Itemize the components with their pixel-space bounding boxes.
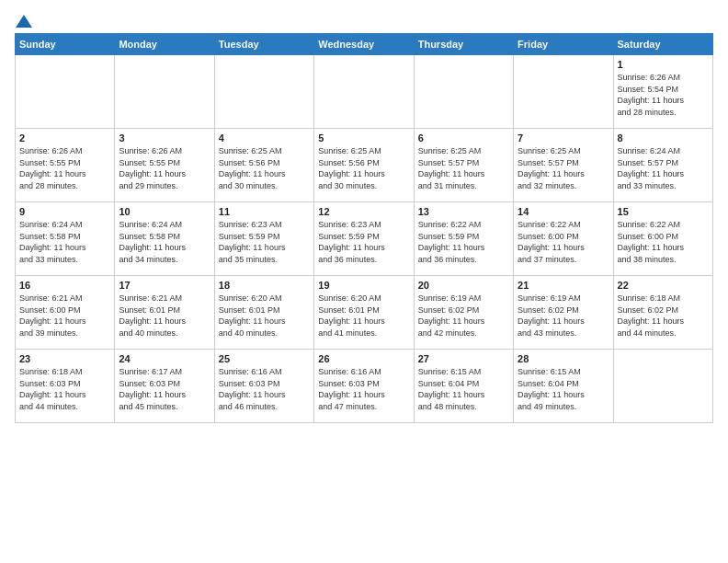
day-number: 14 xyxy=(518,206,609,217)
calendar-cell: 9Sunrise: 6:24 AM Sunset: 5:58 PM Daylig… xyxy=(16,202,115,276)
day-info: Sunrise: 6:25 AM Sunset: 5:57 PM Dayligh… xyxy=(518,145,609,191)
day-info: Sunrise: 6:26 AM Sunset: 5:55 PM Dayligh… xyxy=(119,145,210,191)
calendar-cell xyxy=(16,55,115,129)
calendar-cell: 15Sunrise: 6:22 AM Sunset: 6:00 PM Dayli… xyxy=(613,202,712,276)
day-number: 10 xyxy=(119,206,210,217)
calendar-week-row: 2Sunrise: 6:26 AM Sunset: 5:55 PM Daylig… xyxy=(16,129,713,202)
day-info: Sunrise: 6:18 AM Sunset: 6:03 PM Dayligh… xyxy=(19,366,110,412)
calendar-cell: 2Sunrise: 6:26 AM Sunset: 5:55 PM Daylig… xyxy=(16,129,115,202)
calendar-cell: 4Sunrise: 6:25 AM Sunset: 5:56 PM Daylig… xyxy=(214,129,313,202)
day-number: 9 xyxy=(19,206,110,217)
day-number: 28 xyxy=(518,353,609,364)
weekday-header-thursday: Thursday xyxy=(414,34,513,55)
day-number: 18 xyxy=(219,280,310,291)
day-number: 22 xyxy=(618,280,709,291)
day-info: Sunrise: 6:23 AM Sunset: 5:59 PM Dayligh… xyxy=(219,219,310,265)
day-number: 25 xyxy=(219,353,310,364)
day-number: 19 xyxy=(318,280,409,291)
day-number: 5 xyxy=(318,132,409,144)
day-number: 21 xyxy=(518,280,609,291)
weekday-header-saturday: Saturday xyxy=(613,34,712,55)
calendar-week-row: 23Sunrise: 6:18 AM Sunset: 6:03 PM Dayli… xyxy=(16,350,713,423)
calendar-cell: 16Sunrise: 6:21 AM Sunset: 6:00 PM Dayli… xyxy=(16,276,115,350)
weekday-header-tuesday: Tuesday xyxy=(214,34,313,55)
calendar-week-row: 1Sunrise: 6:26 AM Sunset: 5:54 PM Daylig… xyxy=(16,55,713,129)
day-info: Sunrise: 6:25 AM Sunset: 5:56 PM Dayligh… xyxy=(219,145,310,191)
day-info: Sunrise: 6:20 AM Sunset: 6:01 PM Dayligh… xyxy=(219,293,310,339)
day-info: Sunrise: 6:21 AM Sunset: 6:00 PM Dayligh… xyxy=(19,293,110,339)
day-info: Sunrise: 6:25 AM Sunset: 5:57 PM Dayligh… xyxy=(418,145,509,191)
day-info: Sunrise: 6:24 AM Sunset: 5:58 PM Dayligh… xyxy=(119,219,210,265)
day-info: Sunrise: 6:15 AM Sunset: 6:04 PM Dayligh… xyxy=(518,366,609,412)
day-number: 16 xyxy=(19,280,110,291)
calendar-cell: 20Sunrise: 6:19 AM Sunset: 6:02 PM Dayli… xyxy=(414,276,513,350)
calendar-cell: 5Sunrise: 6:25 AM Sunset: 5:56 PM Daylig… xyxy=(314,129,414,202)
calendar-cell: 21Sunrise: 6:19 AM Sunset: 6:02 PM Dayli… xyxy=(514,276,613,350)
day-number: 7 xyxy=(518,132,609,144)
day-info: Sunrise: 6:18 AM Sunset: 6:02 PM Dayligh… xyxy=(618,293,709,339)
logo xyxy=(15,15,32,26)
day-info: Sunrise: 6:26 AM Sunset: 5:54 PM Dayligh… xyxy=(618,72,709,118)
day-number: 11 xyxy=(219,206,310,217)
day-number: 3 xyxy=(119,132,210,144)
calendar-cell: 12Sunrise: 6:23 AM Sunset: 5:59 PM Dayli… xyxy=(314,202,414,276)
calendar-cell: 8Sunrise: 6:24 AM Sunset: 5:57 PM Daylig… xyxy=(613,129,712,202)
calendar-cell: 18Sunrise: 6:20 AM Sunset: 6:01 PM Dayli… xyxy=(214,276,313,350)
day-info: Sunrise: 6:22 AM Sunset: 6:00 PM Dayligh… xyxy=(518,219,609,265)
calendar-cell: 25Sunrise: 6:16 AM Sunset: 6:03 PM Dayli… xyxy=(214,350,313,423)
day-number: 2 xyxy=(19,132,110,144)
calendar-cell: 28Sunrise: 6:15 AM Sunset: 6:04 PM Dayli… xyxy=(514,350,613,423)
day-info: Sunrise: 6:26 AM Sunset: 5:55 PM Dayligh… xyxy=(19,145,110,191)
page-header xyxy=(15,15,713,26)
calendar-cell: 24Sunrise: 6:17 AM Sunset: 6:03 PM Dayli… xyxy=(115,350,214,423)
calendar-cell xyxy=(115,55,214,129)
day-info: Sunrise: 6:21 AM Sunset: 6:01 PM Dayligh… xyxy=(119,293,210,339)
day-info: Sunrise: 6:16 AM Sunset: 6:03 PM Dayligh… xyxy=(318,366,409,412)
day-info: Sunrise: 6:20 AM Sunset: 6:01 PM Dayligh… xyxy=(318,293,409,339)
day-number: 6 xyxy=(418,132,509,144)
day-number: 17 xyxy=(119,280,210,291)
calendar-cell: 1Sunrise: 6:26 AM Sunset: 5:54 PM Daylig… xyxy=(613,55,712,129)
calendar-cell: 7Sunrise: 6:25 AM Sunset: 5:57 PM Daylig… xyxy=(514,129,613,202)
day-number: 13 xyxy=(418,206,509,217)
calendar-cell: 11Sunrise: 6:23 AM Sunset: 5:59 PM Dayli… xyxy=(214,202,313,276)
day-number: 4 xyxy=(219,132,310,144)
calendar-cell: 26Sunrise: 6:16 AM Sunset: 6:03 PM Dayli… xyxy=(314,350,414,423)
day-info: Sunrise: 6:25 AM Sunset: 5:56 PM Dayligh… xyxy=(318,145,409,191)
calendar-cell: 14Sunrise: 6:22 AM Sunset: 6:00 PM Dayli… xyxy=(514,202,613,276)
calendar-cell: 27Sunrise: 6:15 AM Sunset: 6:04 PM Dayli… xyxy=(414,350,513,423)
day-info: Sunrise: 6:19 AM Sunset: 6:02 PM Dayligh… xyxy=(518,293,609,339)
day-info: Sunrise: 6:24 AM Sunset: 5:57 PM Dayligh… xyxy=(618,145,709,191)
day-number: 8 xyxy=(618,132,709,144)
day-info: Sunrise: 6:24 AM Sunset: 5:58 PM Dayligh… xyxy=(19,219,110,265)
day-number: 1 xyxy=(618,59,709,70)
day-info: Sunrise: 6:15 AM Sunset: 6:04 PM Dayligh… xyxy=(418,366,509,412)
calendar-cell xyxy=(214,55,313,129)
day-number: 23 xyxy=(19,353,110,364)
calendar-week-row: 16Sunrise: 6:21 AM Sunset: 6:00 PM Dayli… xyxy=(16,276,713,350)
day-info: Sunrise: 6:17 AM Sunset: 6:03 PM Dayligh… xyxy=(119,366,210,412)
calendar-cell xyxy=(613,350,712,423)
logo-icon xyxy=(16,15,32,28)
calendar-cell: 6Sunrise: 6:25 AM Sunset: 5:57 PM Daylig… xyxy=(414,129,513,202)
calendar-cell: 10Sunrise: 6:24 AM Sunset: 5:58 PM Dayli… xyxy=(115,202,214,276)
day-info: Sunrise: 6:19 AM Sunset: 6:02 PM Dayligh… xyxy=(418,293,509,339)
day-number: 20 xyxy=(418,280,509,291)
day-number: 24 xyxy=(119,353,210,364)
weekday-header-wednesday: Wednesday xyxy=(314,34,414,55)
day-number: 12 xyxy=(318,206,409,217)
weekday-header-friday: Friday xyxy=(514,34,613,55)
day-info: Sunrise: 6:16 AM Sunset: 6:03 PM Dayligh… xyxy=(219,366,310,412)
day-number: 27 xyxy=(418,353,509,364)
calendar-cell: 22Sunrise: 6:18 AM Sunset: 6:02 PM Dayli… xyxy=(613,276,712,350)
calendar-table: SundayMondayTuesdayWednesdayThursdayFrid… xyxy=(15,33,713,423)
day-info: Sunrise: 6:23 AM Sunset: 5:59 PM Dayligh… xyxy=(318,219,409,265)
calendar-cell: 19Sunrise: 6:20 AM Sunset: 6:01 PM Dayli… xyxy=(314,276,414,350)
weekday-header-monday: Monday xyxy=(115,34,214,55)
weekday-header-sunday: Sunday xyxy=(16,34,115,55)
calendar-cell xyxy=(314,55,414,129)
calendar-week-row: 9Sunrise: 6:24 AM Sunset: 5:58 PM Daylig… xyxy=(16,202,713,276)
calendar-cell xyxy=(514,55,613,129)
calendar-cell: 17Sunrise: 6:21 AM Sunset: 6:01 PM Dayli… xyxy=(115,276,214,350)
day-number: 26 xyxy=(318,353,409,364)
